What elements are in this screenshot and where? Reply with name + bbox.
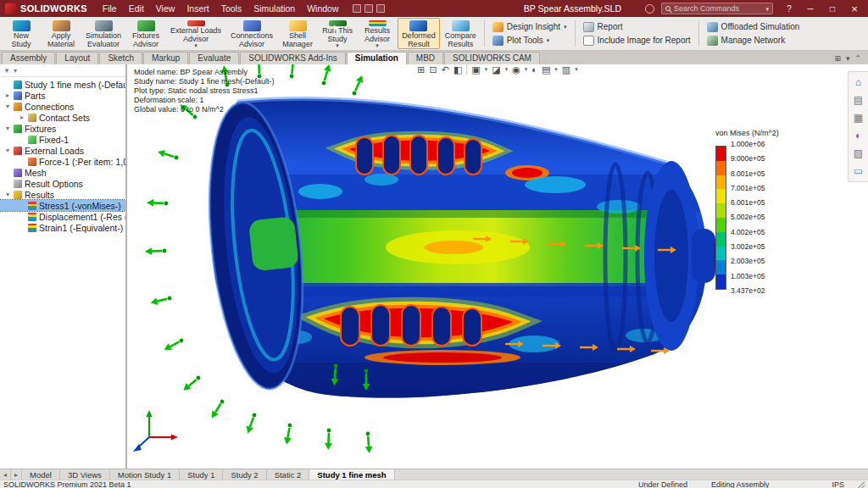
maximize-button[interactable]	[822, 1, 843, 16]
menu-edit[interactable]: Edit	[124, 3, 149, 14]
resize-grip[interactable]	[858, 481, 865, 488]
display-style-icon[interactable]: ◪	[492, 65, 500, 75]
new-study-button[interactable]: NewStudy	[2, 18, 41, 49]
bottom-tab-motion-study-1[interactable]: Motion Study 1	[110, 469, 180, 480]
menu-simulation[interactable]: Simulation	[248, 3, 300, 14]
plot-tools-button[interactable]: Plot Tools ▾	[492, 36, 567, 46]
graphics-area[interactable]: Model name: BP Spear Assembly Study name…	[127, 64, 868, 469]
menu-tools[interactable]: Tools	[216, 3, 248, 14]
tree-item-result-options[interactable]: Result Options	[0, 178, 125, 189]
tree-item-force-1[interactable]: Force-1 (:Per item: 1,000 lbf:)	[0, 156, 125, 167]
expand-icon[interactable]	[4, 191, 11, 198]
tree-item-strain1[interactable]: Strain1 (-Equivalent-)	[0, 222, 125, 233]
tab-scroll-right-icon[interactable]: ▸	[11, 469, 22, 480]
close-button[interactable]	[844, 1, 865, 16]
hide-show-items-icon[interactable]: ◉	[512, 65, 520, 75]
help-icon[interactable]: ?	[783, 4, 795, 14]
section-view-icon[interactable]: ◧	[453, 65, 462, 75]
rebuild-icon[interactable]	[376, 4, 385, 13]
expand-icon[interactable]	[4, 147, 11, 154]
tree-item-displacement1[interactable]: Displacement1 (-Res disp-)	[0, 211, 125, 222]
chevron-down-icon[interactable]: ▾	[575, 66, 578, 73]
view-orientation-icon[interactable]: ▣	[471, 65, 480, 75]
tree-item-fixtures[interactable]: Fixtures	[0, 123, 125, 134]
bottom-tab-3d-views[interactable]: 3D Views	[60, 469, 110, 480]
tab-solidworks-cam[interactable]: SOLIDWORKS CAM	[444, 52, 540, 64]
manage-network-button[interactable]: Manage Network	[707, 36, 800, 46]
status-units[interactable]: IPS	[832, 480, 844, 488]
file-explorer-icon[interactable]: ▦	[854, 113, 863, 123]
sign-in-icon[interactable]	[645, 4, 654, 14]
expand-icon[interactable]	[4, 125, 11, 132]
simulation-evaluator-button[interactable]: SimulationEvaluator	[81, 18, 125, 49]
tab-assembly[interactable]: Assembly	[2, 52, 55, 64]
ribbon-options-icon[interactable]: ▾	[846, 54, 850, 63]
include-image-for-report-checkbox[interactable]: Include Image for Report	[583, 36, 691, 46]
edit-appearance-icon[interactable]: ◐	[531, 65, 537, 75]
view-settings-icon[interactable]: ▥	[562, 65, 570, 75]
fixtures-advisor-button[interactable]: FixturesAdvisor	[126, 18, 165, 49]
tab-evaluate[interactable]: Evaluate	[189, 52, 239, 64]
comments-icon[interactable]: ▭	[854, 166, 863, 176]
custom-properties-icon[interactable]: ▨	[854, 148, 863, 158]
tab-mbd[interactable]: MBD	[408, 52, 443, 64]
bottom-tab-static-2[interactable]: Static 2	[267, 469, 310, 480]
tree-item-connections[interactable]: Connections	[0, 101, 125, 112]
save-icon[interactable]	[353, 4, 361, 13]
tab-solidworks-add-ins[interactable]: SOLIDWORKS Add-Ins	[240, 52, 345, 64]
report-button[interactable]: Report	[583, 22, 691, 32]
bottom-tab-study-1[interactable]: Study 1	[180, 469, 223, 480]
apply-material-button[interactable]: ApplyMaterial	[42, 18, 81, 49]
chevron-down-icon[interactable]: ▾	[525, 66, 528, 73]
previous-view-icon[interactable]: ↶	[442, 65, 449, 75]
search-commands-box[interactable]: ▾	[661, 3, 773, 14]
tree-item-study[interactable]: Study 1 fine mesh (-Default-)	[0, 79, 125, 90]
bottom-tab-model[interactable]: Model	[22, 469, 60, 480]
menu-view[interactable]: View	[151, 3, 181, 14]
home-icon[interactable]: ⌂	[855, 77, 861, 87]
deformed-result-button[interactable]: DeformedResult	[398, 18, 440, 49]
zoom-to-area-icon[interactable]: ⊡	[429, 65, 437, 75]
bottom-tab-study-1-fine-mesh[interactable]: Study 1 fine mesh	[309, 469, 394, 480]
tree-item-mesh[interactable]: Mesh	[0, 167, 125, 178]
ribbon-display-icon[interactable]: ⊞	[834, 54, 841, 63]
design-library-icon[interactable]: ▤	[854, 95, 863, 105]
design-insight-button[interactable]: Design Insight ▾	[492, 22, 567, 32]
expand-icon[interactable]	[4, 103, 11, 110]
offloaded-simulation-button[interactable]: Offloaded Simulation	[707, 22, 800, 32]
tab-markup[interactable]: Markup	[143, 52, 188, 64]
tab-simulation[interactable]: Simulation	[347, 52, 407, 64]
minimize-button[interactable]	[800, 1, 821, 16]
tab-sketch[interactable]: Sketch	[99, 52, 142, 64]
chevron-down-icon[interactable]: ▾	[485, 66, 488, 73]
tree-item-stress1[interactable]: Stress1 (-vonMises-)	[0, 200, 125, 211]
collapse-ribbon-icon[interactable]: ⌃	[854, 54, 861, 63]
tab-scroll-left-icon[interactable]: ◂	[0, 469, 11, 480]
zoom-to-fit-icon[interactable]: ⊞	[417, 65, 425, 75]
filter-icon[interactable]: ▼	[3, 67, 10, 75]
tree-item-contact-sets[interactable]: Contact Sets	[0, 112, 125, 123]
chevron-down-icon[interactable]: ▾	[14, 67, 17, 75]
bottom-tab-study-2[interactable]: Study 2	[223, 469, 266, 480]
expand-icon[interactable]	[19, 114, 25, 121]
expand-icon[interactable]	[4, 92, 11, 99]
chevron-down-icon[interactable]: ▾	[554, 66, 558, 73]
search-input[interactable]	[674, 4, 762, 13]
appearances-icon[interactable]: ◐	[855, 130, 861, 141]
results-advisor-button[interactable]: ResultsAdvisor ▾	[358, 18, 397, 49]
apply-scene-icon[interactable]: ▤	[542, 65, 550, 75]
connections-advisor-button[interactable]: ConnectionsAdvisor	[226, 18, 277, 49]
tree-item-parts[interactable]: Parts	[0, 90, 125, 101]
search-caret-icon[interactable]: ▾	[765, 6, 769, 12]
menu-window[interactable]: Window	[302, 3, 343, 14]
tab-layout[interactable]: Layout	[56, 52, 98, 64]
shell-manager-button[interactable]: ShellManager	[278, 18, 317, 49]
tree-item-fixed-1[interactable]: Fixed-1	[0, 134, 125, 145]
chevron-down-icon[interactable]: ▾	[505, 66, 509, 73]
run-this-study-button[interactable]: Run ThisStudy ▾	[318, 18, 357, 49]
tree-item-results[interactable]: Results	[0, 189, 125, 200]
undo-icon[interactable]	[364, 4, 373, 13]
external-loads-advisor-button[interactable]: External LoadsAdvisor ▾	[166, 18, 225, 49]
tree-item-external-loads[interactable]: External Loads	[0, 145, 125, 156]
menu-insert[interactable]: Insert	[181, 3, 214, 14]
